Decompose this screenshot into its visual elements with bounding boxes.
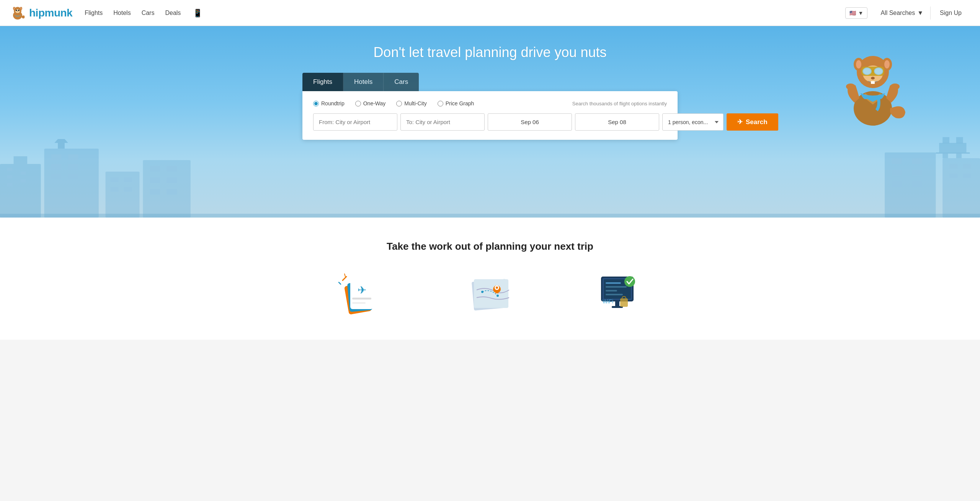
svg-rect-73 [871, 81, 875, 84]
svg-rect-52 [956, 154, 962, 158]
feature-cards: ✈ [279, 271, 701, 317]
feature-card-deals: ✈ [306, 271, 413, 317]
nav-link-flights[interactable]: Flights [85, 10, 103, 16]
chevron-down-icon: ▼ [858, 10, 864, 16]
city-skyline [0, 133, 980, 218]
svg-rect-18 [7, 183, 12, 186]
nav-item-hotels[interactable]: Hotels [113, 10, 131, 16]
all-searches-chevron-icon: ▼ [917, 10, 923, 16]
svg-rect-97 [606, 286, 627, 288]
multicity-label: Multi-City [404, 100, 426, 106]
nav-link-deals[interactable]: Deals [165, 10, 181, 16]
depart-date-input[interactable] [488, 113, 572, 131]
svg-point-100 [624, 276, 635, 287]
return-date-input[interactable] [575, 113, 659, 131]
nav-item-cars[interactable]: Cars [142, 10, 155, 16]
mobile-icon[interactable]: 📱 [193, 8, 203, 18]
navbar-left: hipmunk Flights Hotels Cars Deals 📱 [9, 5, 203, 21]
tab-cars[interactable]: Cars [384, 73, 419, 91]
svg-rect-53 [942, 158, 980, 218]
pricegraph-label: Price Graph [446, 100, 474, 106]
nav-item-flights[interactable]: Flights [85, 10, 103, 16]
svg-rect-14 [7, 168, 12, 171]
logo-text: hipmunk [29, 7, 72, 19]
svg-point-5 [16, 10, 17, 10]
svg-marker-27 [54, 139, 68, 143]
monitor-icon: WiFi [597, 271, 643, 317]
search-button[interactable]: ✈ Search [727, 113, 778, 131]
option-roundtrip[interactable]: Roundtrip [313, 100, 345, 106]
svg-rect-25 [68, 174, 78, 179]
svg-rect-38 [150, 189, 160, 195]
svg-rect-56 [949, 174, 957, 178]
svg-rect-29 [110, 177, 118, 182]
svg-point-7 [17, 11, 18, 12]
search-button-label: Search [746, 118, 768, 126]
nav-item-deals[interactable]: Deals [165, 10, 181, 16]
pricegraph-radio[interactable] [438, 101, 443, 106]
svg-rect-39 [167, 189, 177, 195]
plane-icon: ✈ [737, 118, 743, 126]
svg-rect-104 [620, 298, 628, 307]
from-input[interactable] [313, 113, 397, 131]
hero-section: Don't let travel planning drive you nuts [0, 26, 980, 218]
to-input[interactable] [400, 113, 485, 131]
svg-point-6 [19, 10, 19, 10]
all-searches-label: All Searches [880, 10, 915, 16]
tab-flights[interactable]: Flights [302, 73, 343, 91]
nav-link-cars[interactable]: Cars [142, 10, 155, 16]
oneway-radio[interactable] [355, 101, 361, 106]
svg-rect-87 [474, 279, 508, 308]
svg-rect-51 [942, 154, 948, 158]
svg-rect-21 [68, 154, 78, 160]
svg-point-75 [846, 84, 855, 90]
svg-rect-45 [892, 181, 902, 187]
roundtrip-radio[interactable] [313, 101, 319, 106]
svg-rect-20 [51, 154, 61, 160]
navbar-right: 🇺🇸 ▼ All Searches ▼ Sign Up [845, 7, 971, 20]
deals-icon: ✈ [337, 271, 383, 317]
search-options: Roundtrip One-Way Multi-City Price Graph… [313, 100, 667, 106]
svg-point-10 [14, 7, 15, 9]
hipmunk-logo-icon [9, 5, 26, 21]
feature-card-map [436, 271, 544, 317]
search-fields: 1 person, econ... 2 persons, econ... 1 p… [313, 113, 667, 131]
svg-rect-13 [14, 156, 28, 164]
language-selector[interactable]: 🇺🇸 ▼ [845, 7, 868, 19]
tab-hotels[interactable]: Hotels [343, 73, 384, 91]
flag-icon: 🇺🇸 [849, 10, 856, 16]
passengers-select[interactable]: 1 person, econ... 2 persons, econ... 1 p… [662, 113, 724, 131]
svg-rect-17 [20, 179, 26, 182]
svg-rect-23 [68, 164, 78, 170]
svg-rect-102 [615, 301, 619, 306]
all-searches-button[interactable]: All Searches ▼ [874, 7, 931, 20]
option-multicity[interactable]: Multi-City [396, 100, 426, 106]
lower-title: Take the work out of planning your next … [15, 241, 965, 252]
oneway-label: One-Way [363, 100, 386, 106]
svg-rect-41 [892, 158, 902, 164]
svg-point-76 [890, 84, 900, 90]
logo-link[interactable]: hipmunk [9, 5, 72, 21]
multicity-radio[interactable] [396, 101, 402, 106]
option-oneway[interactable]: One-Way [355, 100, 386, 106]
svg-rect-42 [912, 158, 922, 164]
svg-rect-26 [58, 143, 65, 149]
svg-point-11 [21, 7, 22, 9]
nav-links: Flights Hotels Cars Deals [85, 10, 181, 16]
svg-point-65 [884, 60, 890, 69]
svg-rect-22 [51, 164, 61, 170]
signup-button[interactable]: Sign Up [931, 7, 971, 20]
svg-rect-58 [0, 214, 980, 218]
svg-rect-30 [124, 177, 132, 182]
svg-rect-57 [963, 174, 971, 178]
svg-point-92 [496, 287, 498, 289]
svg-point-70 [875, 68, 882, 74]
svg-text:✈: ✈ [358, 284, 366, 296]
nav-link-hotels[interactable]: Hotels [113, 10, 131, 16]
svg-rect-99 [606, 294, 623, 295]
option-pricegraph[interactable]: Price Graph [438, 100, 474, 106]
svg-rect-24 [51, 174, 61, 179]
svg-rect-49 [956, 137, 963, 143]
svg-rect-46 [912, 181, 922, 187]
svg-rect-50 [936, 152, 970, 154]
